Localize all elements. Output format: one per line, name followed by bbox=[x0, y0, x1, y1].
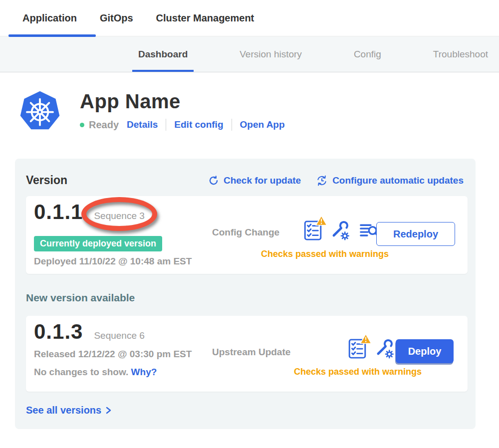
preflight-checklist-icon[interactable] bbox=[303, 220, 322, 241]
chevron-right-icon bbox=[105, 406, 112, 415]
warning-triangle-icon bbox=[315, 215, 327, 226]
available-version-sequence: Sequence 6 bbox=[94, 330, 144, 341]
current-version-row: 0.1.1 Sequence 3 bbox=[34, 200, 145, 224]
available-version-card: 0.1.3 Sequence 6 Released 12/12/22 @ 03:… bbox=[26, 316, 468, 392]
sub-tab-troubleshoot[interactable]: Troubleshoot bbox=[427, 36, 494, 72]
app-sub-nav: Dashboard Version history Config Trouble… bbox=[0, 36, 499, 72]
available-version-row: 0.1.3 Sequence 6 bbox=[34, 320, 145, 344]
deployed-badge: Currently deployed version bbox=[34, 236, 162, 251]
sub-tab-dashboard[interactable]: Dashboard bbox=[132, 36, 194, 72]
see-all-versions-label: See all versions bbox=[26, 405, 101, 416]
released-timestamp: Released 12/12/22 @ 03:30 pm EST bbox=[34, 349, 192, 360]
clock-refresh-icon bbox=[316, 175, 328, 187]
available-version-number: 0.1.3 bbox=[34, 320, 83, 344]
app-title-block: App Name Ready Details Edit config Open … bbox=[80, 90, 285, 131]
active-tab-underline bbox=[8, 34, 96, 37]
version-section: Version Check for update bbox=[15, 159, 476, 429]
no-changes-text: No changes to show. Why? bbox=[34, 367, 157, 378]
available-checks-status: Checks passed with warnings bbox=[288, 367, 428, 377]
sub-tab-version-history[interactable]: Version history bbox=[234, 36, 308, 72]
app-status-row: Ready Details Edit config Open App bbox=[80, 119, 285, 131]
available-source-label: Upstream Update bbox=[212, 347, 290, 358]
status-text: Ready bbox=[89, 119, 119, 131]
deployed-timestamp: Deployed 11/10/22 @ 10:48 am EST bbox=[34, 256, 192, 267]
current-version-card: 0.1.1 Sequence 3 Currently deployed vers… bbox=[26, 196, 468, 274]
top-tab-application[interactable]: Application bbox=[22, 12, 77, 24]
check-for-update-label: Check for update bbox=[224, 175, 301, 186]
current-version-icons bbox=[303, 220, 379, 241]
configure-automatic-updates-label: Configure automatic updates bbox=[332, 175, 464, 186]
config-wrench-icon[interactable] bbox=[375, 338, 395, 360]
current-version-sequence: Sequence 3 bbox=[94, 211, 144, 222]
deploy-button[interactable]: Deploy bbox=[396, 339, 454, 363]
open-app-link[interactable]: Open App bbox=[240, 119, 285, 130]
current-version-number: 0.1.1 bbox=[34, 200, 83, 224]
top-tab-gitops[interactable]: GitOps bbox=[100, 12, 133, 24]
details-link[interactable]: Details bbox=[127, 119, 158, 130]
config-wrench-icon[interactable] bbox=[330, 220, 350, 241]
page-title: App Name bbox=[80, 90, 285, 113]
app-header: App Name Ready Details Edit config Open … bbox=[19, 90, 499, 132]
version-section-header: Version Check for update bbox=[26, 174, 468, 187]
top-nav: Application GitOps Cluster Management bbox=[0, 0, 499, 36]
divider bbox=[232, 119, 232, 131]
kubernetes-logo bbox=[19, 90, 61, 132]
available-version-icons bbox=[348, 338, 395, 360]
divider bbox=[166, 119, 166, 131]
refresh-icon bbox=[208, 175, 219, 186]
why-link[interactable]: Why? bbox=[131, 367, 157, 377]
current-source-label: Config Change bbox=[212, 227, 279, 238]
new-version-heading: New version available bbox=[26, 292, 468, 304]
see-all-versions-link[interactable]: See all versions bbox=[26, 405, 468, 416]
warning-triangle-icon bbox=[360, 333, 372, 344]
edit-config-link[interactable]: Edit config bbox=[174, 119, 223, 130]
app-status: Ready bbox=[80, 119, 119, 131]
version-actions: Check for update Configure automatic upd… bbox=[208, 175, 464, 187]
sub-tab-config[interactable]: Config bbox=[348, 36, 387, 72]
no-changes-label: No changes to show. bbox=[34, 367, 128, 377]
top-tab-cluster-management[interactable]: Cluster Management bbox=[156, 12, 254, 24]
version-heading: Version bbox=[26, 174, 67, 187]
redeploy-button[interactable]: Redeploy bbox=[376, 222, 455, 246]
preflight-checklist-icon[interactable] bbox=[348, 338, 367, 360]
current-checks-status: Checks passed with warnings bbox=[259, 249, 390, 259]
check-for-update-link[interactable]: Check for update bbox=[208, 175, 301, 186]
status-dot-icon bbox=[80, 123, 84, 127]
configure-automatic-updates-link[interactable]: Configure automatic updates bbox=[316, 175, 464, 187]
